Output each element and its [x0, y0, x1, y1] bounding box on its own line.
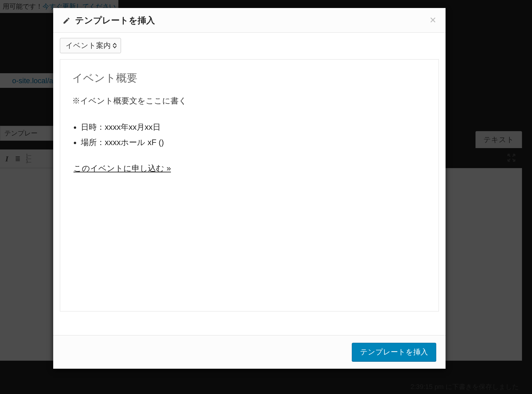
modal-body: イベント案内 イベント概要 ※イベント概要文をここに書く 日時：xxxx年xx月… — [53, 33, 446, 335]
list-item: 日時：xxxx年xx月xx日 — [81, 119, 427, 135]
template-preview: イベント概要 ※イベント概要文をここに書く 日時：xxxx年xx月xx日 場所：… — [60, 59, 439, 311]
insert-template-modal: テンプレートを挿入 イベント案内 イベント概要 ※イベント概要文をここに書く 日… — [53, 8, 446, 369]
close-button[interactable] — [428, 15, 438, 25]
preview-heading: イベント概要 — [72, 71, 427, 86]
list-item: 場所：xxxxホール xF () — [81, 135, 427, 150]
preview-detail-list: 日時：xxxx年xx月xx日 場所：xxxxホール xF () — [72, 119, 427, 150]
insert-button-label: テンプレートを挿入 — [360, 348, 428, 356]
signup-link[interactable]: このイベントに申し込む » — [73, 163, 171, 174]
preview-note: ※イベント概要文をここに書く — [72, 96, 427, 106]
insert-template-button[interactable]: テンプレートを挿入 — [352, 343, 436, 361]
template-select-value: イベント案内 — [66, 41, 111, 51]
pencil-icon — [63, 17, 70, 25]
modal-footer: テンプレートを挿入 — [53, 335, 446, 369]
template-select[interactable]: イベント案内 — [60, 38, 121, 53]
select-arrows-icon — [113, 43, 117, 48]
modal-title: テンプレートを挿入 — [75, 15, 155, 26]
modal-header: テンプレートを挿入 — [53, 8, 446, 33]
